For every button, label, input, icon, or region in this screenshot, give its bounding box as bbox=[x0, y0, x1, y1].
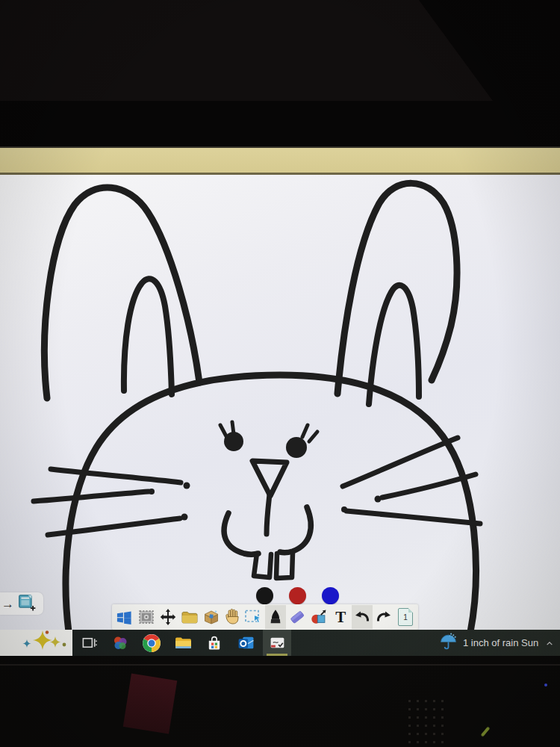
chevron-up-icon[interactable] bbox=[541, 630, 558, 656]
next-page-arrow-icon[interactable]: → bbox=[1, 598, 14, 610]
marker-icon[interactable] bbox=[265, 605, 286, 629]
color-swatch-black[interactable] bbox=[256, 587, 273, 604]
color-palette bbox=[256, 587, 339, 604]
page-icon[interactable]: 1 bbox=[395, 605, 416, 629]
page-nav-pill[interactable]: → bbox=[0, 592, 43, 615]
sticky-note bbox=[123, 674, 177, 734]
text-T-icon[interactable]: T bbox=[330, 605, 351, 629]
shapes-icon[interactable] bbox=[308, 605, 329, 629]
whiteboard-app-icon[interactable] bbox=[263, 630, 291, 656]
umbrella-rain-icon bbox=[439, 632, 458, 654]
monitor-bottom-bezel bbox=[0, 656, 560, 747]
hand-icon[interactable] bbox=[223, 605, 243, 629]
color-swatch-blue[interactable] bbox=[322, 587, 339, 604]
undo-arrow-icon[interactable] bbox=[352, 605, 373, 629]
selection-cursor-icon[interactable] bbox=[244, 605, 265, 629]
eraser-icon[interactable] bbox=[287, 605, 308, 629]
redo-arrow-icon[interactable] bbox=[373, 605, 394, 629]
monitor-photo: → bbox=[0, 0, 560, 747]
reflection-glint bbox=[481, 726, 491, 737]
stamp-icon[interactable] bbox=[136, 605, 157, 629]
power-led bbox=[544, 684, 547, 686]
folder-icon[interactable] bbox=[179, 605, 200, 629]
microsoft-store-icon[interactable] bbox=[200, 630, 228, 656]
task-view-icon[interactable] bbox=[75, 630, 103, 656]
windows-taskbar: 1 inch of rain Sun bbox=[0, 630, 560, 656]
weather-label: 1 inch of rain Sun bbox=[463, 637, 538, 648]
top-banner-strip bbox=[0, 146, 560, 175]
drawing-toolbar: T 1 bbox=[112, 604, 418, 630]
weather-widget[interactable]: 1 inch of rain Sun bbox=[439, 630, 538, 656]
room-background-top bbox=[0, 0, 560, 146]
windows-logo-icon[interactable] bbox=[114, 605, 135, 629]
speaker-dot-grid bbox=[405, 697, 447, 747]
microsoft-365-icon[interactable] bbox=[106, 630, 134, 656]
page-number: 1 bbox=[403, 613, 408, 622]
file-explorer-icon[interactable] bbox=[169, 630, 197, 656]
move-arrows-icon[interactable] bbox=[158, 605, 178, 629]
add-page-icon[interactable] bbox=[17, 592, 37, 615]
chrome-icon[interactable] bbox=[137, 630, 166, 656]
package-icon[interactable] bbox=[201, 605, 222, 629]
whiteboard-canvas[interactable] bbox=[0, 175, 560, 630]
color-swatch-red[interactable] bbox=[289, 587, 306, 604]
sparkle-stickers bbox=[0, 630, 72, 657]
outlook-icon[interactable] bbox=[231, 630, 260, 656]
